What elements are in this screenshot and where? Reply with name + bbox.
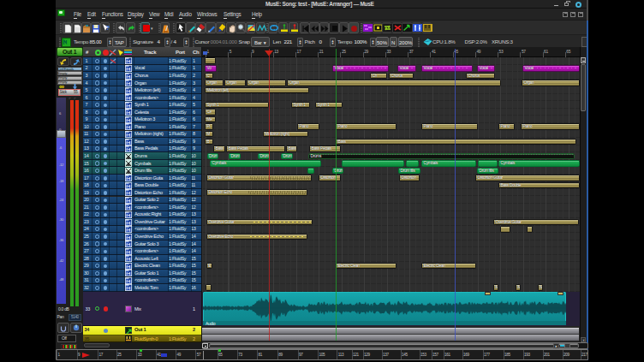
- svg-text:?: ?: [106, 24, 110, 32]
